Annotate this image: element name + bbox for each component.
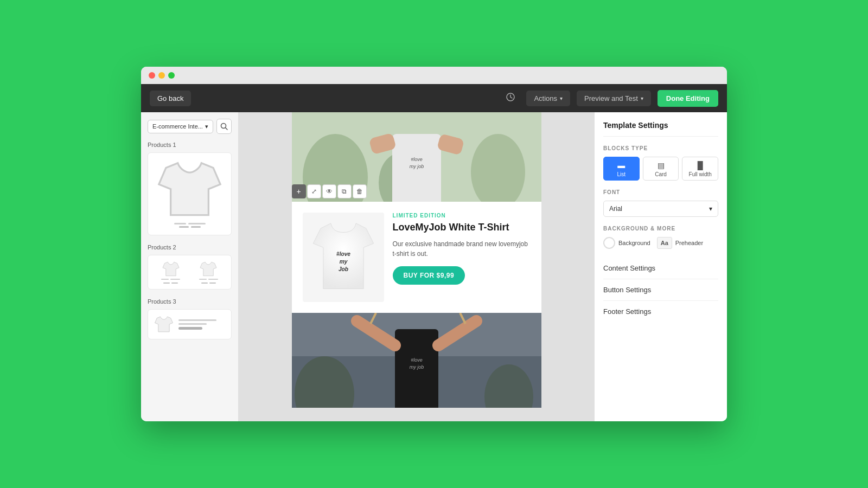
svg-text:my: my [339, 259, 348, 265]
main-layout: E-commerce Inte... ▾ Products 1 [141, 112, 727, 421]
list-label: List [617, 171, 626, 177]
left-sidebar: E-commerce Inte... ▾ Products 1 [141, 112, 239, 421]
card-label: Card [655, 171, 667, 177]
product-content: #love my Job LIMITED EDITION LoveMyJob W… [292, 202, 541, 313]
products-2-section: Products 2 [148, 244, 232, 290]
fullscreen-dot [168, 72, 175, 79]
browser-chrome [141, 67, 727, 84]
product-tshirt-image: #love my Job [308, 218, 379, 297]
copy-block-button[interactable]: ⧉ [337, 184, 352, 198]
product-title: LoveMyJob White T-Shirt [393, 222, 531, 234]
button-settings-label: Button Settings [603, 286, 651, 294]
product-info: LIMITED EDITION LoveMyJob White T-Shirt … [393, 213, 531, 285]
tshirt-1-icon [154, 158, 226, 220]
product-2-item-2 [192, 261, 226, 284]
content-settings-item[interactable]: Content Settings [603, 258, 718, 279]
products-1-label: Products 1 [148, 142, 232, 148]
history-icon [506, 92, 515, 102]
preheader-label: Preheader [675, 240, 703, 246]
search-button[interactable] [216, 119, 232, 134]
fullwidth-icon: █ [698, 162, 703, 169]
preheader-aa-icon: Aa [657, 237, 672, 249]
toolbar: Go back Actions ▾ Preview and Test ▾ Don… [141, 84, 727, 112]
font-value: Arial [609, 205, 622, 213]
font-label: FONT [603, 189, 718, 195]
background-circle-icon [603, 237, 615, 249]
svg-text:#love: #love [411, 157, 423, 162]
button-settings-item[interactable]: Button Settings [603, 279, 718, 301]
blocks-type-label: BLOCKS TYPE [603, 145, 718, 151]
bg-label: BACKGROUND & MORE [603, 226, 718, 232]
actions-chevron-icon: ▾ [560, 95, 563, 101]
block-type-list-button[interactable]: ▬ List [603, 157, 640, 181]
buy-button[interactable]: BUY FOR $9,99 [393, 266, 465, 285]
products-2-card[interactable] [148, 255, 232, 290]
card-icon: ▤ [658, 162, 665, 169]
tshirt-2a-icon [161, 261, 181, 277]
products-1-section: Products 1 [148, 142, 232, 235]
svg-text:Job: Job [338, 266, 348, 272]
resize-block-button[interactable]: ⤢ [307, 184, 321, 198]
minimize-dot [158, 72, 165, 79]
actions-button[interactable]: Actions ▾ [526, 91, 570, 106]
preheader-item[interactable]: Aa Preheader [657, 237, 703, 249]
add-block-button[interactable]: + [292, 184, 306, 198]
dropdown-chevron-icon: ▾ [205, 123, 208, 130]
tshirt-3-icon [154, 315, 174, 333]
bg-row: Background Aa Preheader [603, 237, 718, 249]
svg-point-4 [471, 134, 525, 202]
product-2-item-1 [154, 261, 188, 284]
done-editing-button[interactable]: Done Editing [658, 90, 718, 107]
right-panel: Template Settings BLOCKS TYPE ▬ List ▤ C… [594, 112, 727, 421]
eye-block-button[interactable]: 👁 [322, 184, 336, 198]
content-settings-label: Content Settings [603, 264, 655, 272]
dropdown-value: E-commerce Inte... [152, 123, 203, 130]
close-dot [149, 72, 155, 79]
search-icon [220, 123, 228, 130]
svg-text:my job: my job [409, 164, 424, 169]
font-chevron-icon: ▾ [709, 205, 712, 213]
list-icon: ▬ [617, 162, 625, 169]
products-3-section: Products 3 [148, 298, 232, 339]
svg-line-2 [226, 128, 228, 130]
preview-button[interactable]: Preview and Test ▾ [577, 91, 651, 106]
panel-title: Template Settings [603, 121, 718, 137]
products-3-card[interactable] [148, 309, 232, 339]
block-type-card-button[interactable]: ▤ Card [643, 157, 679, 181]
settings-list: Content Settings Button Settings Footer … [603, 258, 718, 322]
fullwidth-label: Full width [689, 171, 712, 177]
canvas-area: #love my job + ⤢ 👁 ⧉ 🗑 [239, 112, 594, 421]
browser-window: Go back Actions ▾ Preview and Test ▾ Don… [141, 67, 727, 421]
background-label: Background [618, 240, 650, 246]
bottom-person-illustration: #love my job [292, 313, 541, 408]
preview-chevron-icon: ▾ [641, 95, 643, 101]
svg-text:my job: my job [409, 364, 424, 370]
products-2-label: Products 2 [148, 244, 232, 251]
block-controls: + ⤢ 👁 ⧉ 🗑 [292, 184, 367, 198]
product-image-area: #love my Job [303, 213, 384, 302]
font-dropdown[interactable]: Arial ▾ [603, 201, 718, 217]
footer-settings-label: Footer Settings [603, 307, 651, 316]
preview-label: Preview and Test [584, 94, 638, 102]
product-description: Our exclusive handmade brand new lovemyj… [393, 239, 531, 259]
font-section: FONT Arial ▾ [603, 189, 718, 217]
products-3-label: Products 3 [148, 298, 232, 305]
limited-badge: LIMITED EDITION [393, 213, 531, 219]
go-back-button[interactable]: Go back [150, 91, 191, 106]
products-1-card[interactable] [148, 152, 232, 235]
svg-text:#love: #love [411, 357, 423, 363]
product-block: + ⤢ 👁 ⧉ 🗑 [292, 202, 541, 313]
svg-text:#love: #love [336, 251, 350, 257]
block-type-fullwidth-button[interactable]: █ Full width [682, 157, 718, 181]
sidebar-header: E-commerce Inte... ▾ [148, 119, 232, 134]
tshirt-2b-icon [199, 261, 218, 277]
delete-block-button[interactable]: 🗑 [353, 184, 367, 198]
history-button[interactable] [501, 89, 520, 107]
background-item[interactable]: Background [603, 237, 650, 249]
background-section: BACKGROUND & MORE Background Aa Preheade… [603, 226, 718, 249]
canvas-scroll: #love my job + ⤢ 👁 ⧉ 🗑 [239, 112, 594, 421]
actions-label: Actions [534, 94, 557, 102]
template-dropdown[interactable]: E-commerce Inte... ▾ [148, 120, 213, 133]
email-bottom-image: #love my job [292, 313, 541, 408]
footer-settings-item[interactable]: Footer Settings [603, 301, 718, 322]
